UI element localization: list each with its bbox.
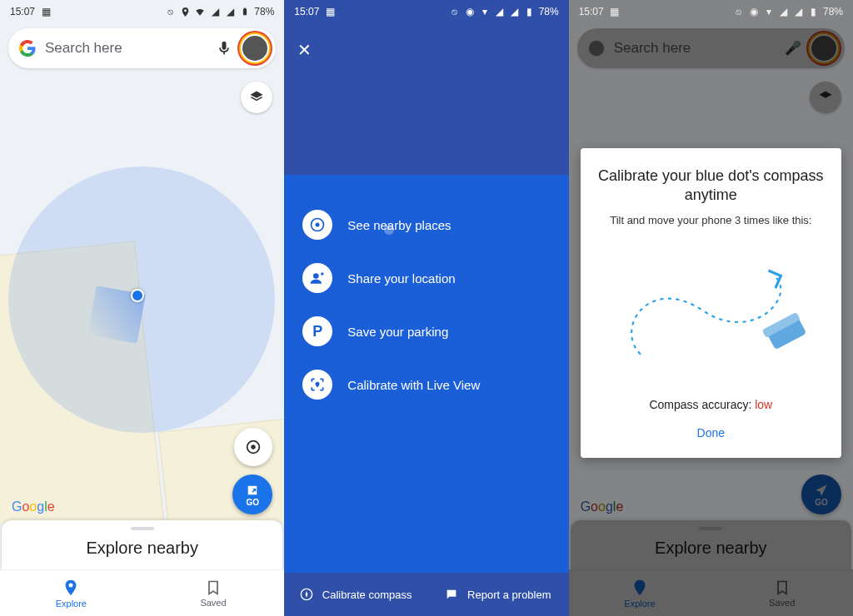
dialog-subtitle: Tilt and move your phone 3 times like th… [596,214,826,226]
wifi-icon: ▾ [479,6,491,17]
svg-rect-1 [244,7,246,8]
menu-item-nearby[interactable]: See nearby places [302,198,550,251]
svg-rect-0 [243,8,247,15]
menu-label: See nearby places [347,218,451,232]
menu-item-liveview[interactable]: Calibrate with Live View [302,358,550,411]
nav-bar: Explore Saved [0,569,284,616]
signal-icon: ◢ [494,6,506,17]
menu-label: Save your parking [347,325,448,339]
status-battery: 78% [539,6,559,17]
vpn-icon: ⍉ [164,6,176,17]
menu-item-share[interactable]: Share your location [302,251,550,305]
accuracy-label: Compass accuracy: [649,398,751,411]
avatar[interactable] [241,34,269,62]
notification-icon: ▦ [324,6,336,17]
google-logo: Google [12,499,55,514]
location-icon [179,6,191,17]
nav-saved-label: Saved [200,598,226,608]
google-g-icon [18,39,37,57]
svg-point-5 [313,273,319,279]
menu-label: Calibrate with Live View [347,378,480,392]
blue-dot[interactable] [131,289,144,302]
signal-icon: ◢ [209,6,221,17]
report-icon [444,587,459,602]
menu-header: 15:07 ▦ ⍉ ◉ ▾ ◢ ◢ ▮ 78% ✕ [284,0,568,175]
bottom-sheet[interactable]: Explore nearby [2,520,282,569]
svg-point-4 [316,223,320,227]
live-view-icon [302,370,332,400]
notification-icon: ▦ [609,6,621,17]
status-bar: 15:07 ▦ ⍉ ◉ ▾ ◢ ◢ ▮ 78% [569,0,853,23]
sheet-handle-icon[interactable] [131,527,154,530]
calibrate-compass-button[interactable]: Calibrate compass [284,573,426,616]
search-bar[interactable]: Search here [8,28,276,68]
screen-calibrate-dialog: 15:07 ▦ ⍉ ◉ ▾ ◢ ◢ ▮ 78% Search here 🎤 GO… [569,0,853,616]
screen-map: 15:07 ▦ ⍉ ◢ ◢ 78% Search here [0,0,284,616]
svg-point-6 [321,272,323,275]
dialog-title: Calibrate your blue dot's compass anytim… [596,166,826,206]
report-label: Report a problem [467,589,551,601]
accuracy-text: Compass accuracy: low [596,398,826,411]
done-button[interactable]: Done [596,421,826,445]
status-battery: 78% [823,6,843,17]
calibrate-label: Calibrate compass [322,589,412,601]
sheet-title: Explore nearby [2,539,282,558]
battery-icon: ▮ [808,6,820,17]
nav-explore-label: Explore [56,599,87,609]
report-problem-button[interactable]: Report a problem [426,573,569,616]
wifi-icon: ▾ [763,6,775,17]
wifi-icon [194,6,206,17]
signal-icon: ◢ [793,6,805,17]
vpn-icon: ⍉ [449,6,461,17]
menu-item-parking[interactable]: P Save your parking [302,305,550,358]
status-bar: 15:07 ▦ ⍉ ◉ ▾ ◢ ◢ ▮ 78% [284,0,568,23]
status-time: 15:07 [10,6,35,17]
menu-list: See nearby places Share your location P … [284,175,568,435]
status-time: 15:07 [579,6,604,17]
status-bar: 15:07 ▦ ⍉ ◢ ◢ 78% [0,0,284,23]
go-label: GO [247,498,260,507]
search-placeholder: Search here [45,40,207,57]
close-button[interactable]: ✕ [297,40,312,60]
accuracy-value: low [755,398,772,411]
location-icon: ◉ [748,6,760,17]
calibrate-dialog: Calibrate your blue dot's compass anytim… [581,148,841,458]
share-location-icon [302,263,332,293]
nav-explore[interactable]: Explore [0,570,142,616]
menu-bottom-bar: Calibrate compass Report a problem [284,573,568,616]
signal-icon: ◢ [778,6,790,17]
status-time: 15:07 [294,6,319,17]
go-button[interactable]: GO [232,474,272,514]
parking-icon: P [302,316,332,346]
battery-icon [239,6,251,17]
nav-saved[interactable]: Saved [142,570,285,616]
svg-point-2 [252,445,257,450]
screen-blue-dot-menu: 15:07 ▦ ⍉ ◉ ▾ ◢ ◢ ▮ 78% ✕ See nearby pla… [284,0,568,616]
status-battery: 78% [254,6,274,17]
signal-icon: ◢ [224,6,236,17]
menu-label: Share your location [347,271,455,286]
battery-icon: ▮ [524,6,536,17]
signal-icon: ◢ [509,6,521,17]
pin-icon [302,210,332,240]
mic-icon[interactable] [216,40,232,57]
compass-icon [299,587,314,602]
vpn-icon: ⍉ [733,6,745,17]
locate-button[interactable] [234,428,272,466]
location-icon: ◉ [464,6,476,17]
notification-icon: ▦ [40,6,52,17]
figure-eight-illustration [596,240,826,390]
